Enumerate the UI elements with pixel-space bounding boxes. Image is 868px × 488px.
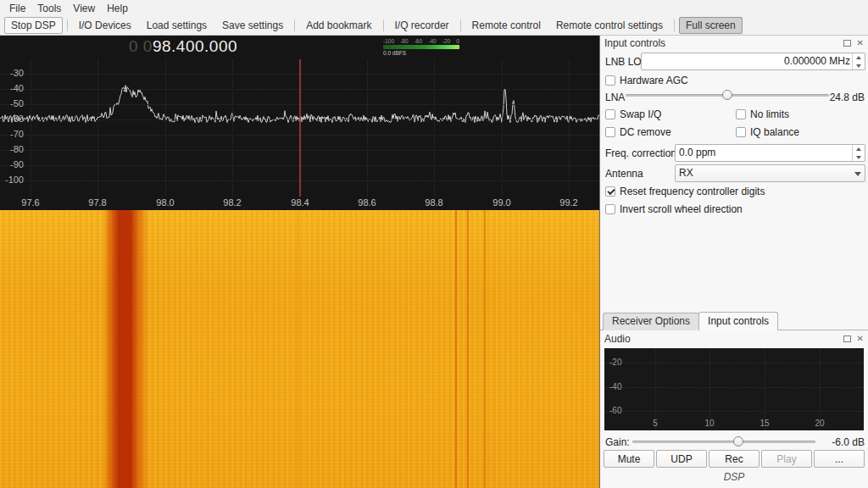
grid-line [502,59,503,197]
x-tick-label: 98.6 [353,197,381,208]
remote-control-button[interactable]: Remote control [465,17,548,34]
antenna-combobox[interactable]: RX [675,164,865,182]
lna-slider[interactable] [626,90,829,100]
menu-view[interactable]: View [67,1,101,16]
x-tick-label: 98.0 [152,197,179,208]
save-settings-button[interactable]: Save settings [215,17,290,34]
freq-correction-value[interactable]: 0.0 ppm [679,145,850,161]
add-bookmark-button[interactable]: Add bookmark [299,17,378,34]
checkbox-box [605,75,615,86]
spin-down-icon[interactable] [853,153,865,162]
remote-control-settings-button[interactable]: Remote control settings [549,17,670,34]
grid-line [97,59,98,197]
menu-help[interactable]: Help [101,1,134,16]
toolbar-separator [674,19,675,31]
load-settings-button[interactable]: Load settings [140,17,214,34]
gain-slider[interactable] [632,436,815,446]
iq-recorder-button[interactable]: I/Q recorder [388,17,456,34]
invert-scroll-checkbox[interactable]: Invert scroll wheel direction [605,203,743,215]
audio-spectrum-plot[interactable]: -20-40-605101520 [604,348,864,430]
freq-correction-label: Freq. correction [605,147,676,159]
dock-title-text: Input controls [604,37,665,49]
lnb-lo-value[interactable]: 0.000000 MHz [645,53,850,69]
y-tick-label: -30 [2,68,24,78]
hardware-agc-checkbox[interactable]: Hardware AGC [605,75,688,86]
close-dock-icon[interactable]: ✕ [857,335,864,343]
audio-x-tick-label: 5 [648,419,662,428]
io-devices-button[interactable]: I/O Devices [72,17,138,34]
frequency-display[interactable]: 0 098.400.000 [129,37,237,56]
meter-tick: -80 [400,38,408,44]
swap-iq-checkbox[interactable]: Swap I/Q [605,108,661,120]
iq-balance-checkbox[interactable]: IQ balance [736,126,799,138]
y-tick-label: -60 [2,114,24,124]
waterfall[interactable] [0,210,599,488]
y-tick-label: -100 [2,175,24,185]
spectrum-plot[interactable]: -30-40-50-60-70-80-90-100 [0,59,599,197]
audio-x-tick-label: 15 [758,419,771,428]
lnb-lo-spinbox[interactable]: 0.000000 MHz [641,53,865,70]
toolbar-separator [383,19,384,31]
checkbox-box [605,186,615,197]
tab-receiver-options[interactable]: Receiver Options [603,313,699,330]
gain-label: Gain: [605,436,630,448]
toolbar-separator [460,19,461,31]
checkbox-box [605,109,615,119]
chevron-down-icon[interactable] [850,165,865,181]
meter-tick: -60 [415,38,422,44]
spin-down-icon[interactable] [853,62,865,70]
dbfs-meter-scale: -100 -80 -60 -40 -20 0 [383,38,459,44]
mute-button[interactable]: Mute [604,450,654,468]
float-dock-icon[interactable] [843,336,851,342]
checkbox-box [736,109,746,119]
slider-handle[interactable] [733,436,743,446]
frequency-digits[interactable]: 98.400.000 [153,37,237,55]
grid-line [434,59,435,197]
y-tick-label: -80 [2,144,24,154]
checkbox-box [605,127,615,137]
freq-correction-spinbox[interactable]: 0.0 ppm [675,144,865,162]
y-tick-label: -50 [2,98,24,108]
grid-line [569,59,570,197]
dc-remove-checkbox[interactable]: DC remove [605,126,671,138]
stop-dsp-button[interactable]: Stop DSP [4,17,63,34]
x-tick-label: 97.8 [84,197,111,208]
tuning-line[interactable] [299,59,301,197]
checkbox-box [605,204,615,214]
spin-up-icon[interactable] [853,53,865,62]
udp-button[interactable]: UDP [656,450,707,468]
slider-handle[interactable] [722,90,732,100]
lna-value: 24.8 dB [830,92,865,103]
y-tick-label: -70 [2,129,24,139]
dbfs-meter-bar [383,45,459,49]
dsp-dock-tab[interactable]: DSP [600,471,868,483]
full-screen-button[interactable]: Full screen [679,17,743,34]
no-limits-label: No limits [750,108,789,120]
menu-file[interactable]: File [3,1,31,16]
antenna-value: RX [679,165,850,181]
menubar: File Tools View Help [0,0,868,16]
no-limits-checkbox[interactable]: No limits [736,108,789,120]
play-button: Play [761,450,812,468]
slider-groove[interactable] [632,441,815,443]
reset-digits-checkbox[interactable]: Reset frequency controller digits [605,186,765,197]
float-dock-icon[interactable] [843,40,851,47]
menu-tools[interactable]: Tools [31,1,67,16]
x-tick-label: 97.6 [17,197,44,208]
spin-up-icon[interactable] [853,145,865,153]
grid-line [165,59,166,197]
audio-y-tick-label: -20 [609,358,621,367]
invert-scroll-label: Invert scroll wheel direction [620,203,743,215]
meter-tick: -100 [383,38,394,44]
close-dock-icon[interactable]: ✕ [857,39,864,47]
swap-iq-label: Swap I/Q [620,108,661,120]
tab-input-controls[interactable]: Input controls [698,312,778,330]
more-button[interactable]: ... [814,450,865,468]
gqrx-window: File Tools View Help Stop DSP I/O Device… [0,0,868,488]
toolbar-separator [294,19,295,31]
grid-line [367,59,368,197]
frequency-leading-zeros: 0 0 [129,37,153,55]
meter-tick: -20 [442,38,450,44]
dbfs-meter: -100 -80 -60 -40 -20 0 0.0 dBFS [383,38,459,56]
rec-button[interactable]: Rec [709,450,760,468]
